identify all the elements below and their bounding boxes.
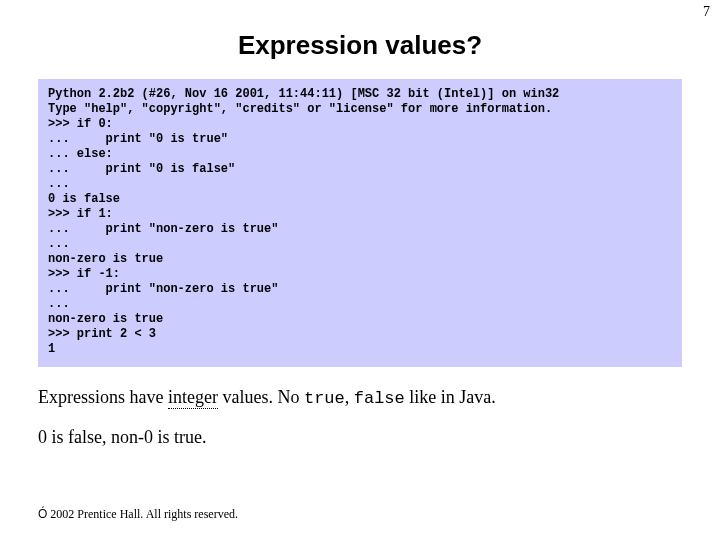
text-segment: like in Java. (405, 387, 496, 407)
slide-title: Expression values? (0, 30, 720, 61)
copyright-footer: Ó 2002 Prentice Hall. All rights reserve… (38, 507, 238, 522)
code-inline-true: true (304, 389, 345, 408)
page-number: 7 (703, 4, 710, 20)
text-segment: values. No (218, 387, 304, 407)
copyright-text: 2002 Prentice Hall. All rights reserved. (47, 507, 238, 521)
copyright-symbol: Ó (38, 507, 47, 521)
python-repl-code: Python 2.2b2 (#26, Nov 16 2001, 11:44:11… (38, 79, 682, 367)
code-inline-false: false (354, 389, 405, 408)
paragraph-1: Expressions have integer values. No true… (38, 385, 682, 411)
text-segment: , (345, 387, 354, 407)
underlined-word: integer (168, 387, 218, 409)
paragraph-2: 0 is false, non-0 is true. (38, 425, 682, 449)
text-segment: Expressions have (38, 387, 168, 407)
